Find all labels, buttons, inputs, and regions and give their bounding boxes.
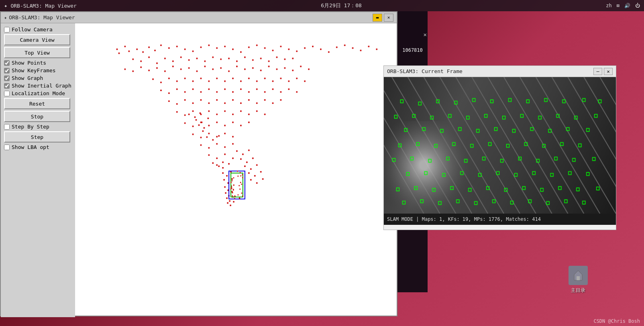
svg-rect-0 — [577, 276, 580, 280]
show-inertial-graph-label: Show Inertial Graph — [12, 83, 71, 89]
power-icon: ⏻ — [635, 3, 640, 8]
close-button[interactable]: ✕ — [384, 14, 393, 22]
show-inertial-graph-input[interactable] — [4, 83, 10, 89]
control-panel: Follow Camera Camera View Top View Show … — [1, 23, 75, 317]
taskbar-app-title: ORB-SLAM3: Map Viewer — [10, 3, 76, 9]
show-graph-checkbox[interactable]: Show Graph — [4, 75, 72, 81]
show-lba-opt-checkbox[interactable]: Show LBA opt — [4, 144, 72, 150]
stop-button[interactable]: Stop — [4, 111, 70, 122]
show-points-input[interactable] — [4, 60, 10, 66]
map-viewer-titlebar-left: ✦ ORB-SLAM3: Map Viewer — [4, 14, 75, 20]
map-canvas — [75, 23, 397, 316]
locale-indicator: zh — [606, 3, 611, 8]
show-inertial-graph-checkbox[interactable]: Show Inertial Graph — [4, 83, 72, 89]
minimize-icon: ▬ — [376, 15, 379, 20]
close-icon: ✕ — [387, 15, 390, 20]
step-by-step-input[interactable] — [4, 124, 10, 130]
map-viewer-title: ORB-SLAM3: Map Viewer — [9, 14, 75, 20]
volume-icon: 🔊 — [624, 3, 630, 8]
follow-camera-input[interactable] — [4, 27, 10, 33]
home-directory-icon[interactable]: 主目录 — [569, 266, 588, 294]
dark-panel-close-button[interactable]: ✕ — [424, 31, 427, 38]
map-viewer-titlebar-right: ▬ ✕ — [373, 14, 393, 22]
minimize-button[interactable]: ▬ — [373, 14, 382, 22]
frame-minimize-button[interactable]: — — [593, 68, 602, 75]
show-graph-input[interactable] — [4, 75, 10, 81]
map-viewer-titlebar: ✦ ORB-SLAM3: Map Viewer ▬ ✕ — [1, 12, 397, 23]
taskbar-system-tray: zh ⊞ 🔊 ⏻ — [606, 3, 640, 8]
frame-status-bar: SLAM MODE | Maps: 1, KFs: 19, MPs: 1776,… — [384, 214, 616, 225]
frame-close-button[interactable]: ✕ — [604, 68, 613, 75]
show-keyframes-input[interactable] — [4, 68, 10, 73]
taskbar: ✦ ORB-SLAM3: Map Viewer 6月29日 17：08 zh ⊞… — [0, 0, 644, 11]
reset-button[interactable]: Reset — [4, 98, 70, 109]
show-points-checkbox[interactable]: Show Points — [4, 60, 72, 66]
taskbar-datetime: 6月29日 17：08 — [321, 2, 362, 9]
follow-camera-checkbox[interactable]: Follow Camera — [4, 26, 72, 33]
current-frame-title: ORB-SLAM3: Current Frame — [387, 68, 463, 74]
map-scatter-plot — [75, 23, 397, 316]
step-button[interactable]: Step — [4, 131, 70, 143]
frame-video-canvas — [384, 77, 616, 214]
top-view-button[interactable]: Top View — [4, 47, 70, 58]
frame-window-controls: — ✕ — [593, 68, 613, 75]
localization-mode-checkbox[interactable]: Localization Mode — [4, 90, 72, 96]
home-directory-label: 主目录 — [571, 287, 585, 294]
localization-mode-label: Localization Mode — [12, 90, 65, 96]
show-lba-opt-input[interactable] — [4, 145, 10, 150]
dark-panel-number: 1067810 — [402, 47, 423, 53]
show-keyframes-label: Show KeyFrames — [12, 67, 56, 73]
follow-camera-label: Follow Camera — [12, 26, 53, 33]
home-directory-icon-img — [569, 266, 588, 285]
current-frame-window: ORB-SLAM3: Current Frame — ✕ SLAM MODE |… — [383, 65, 616, 230]
show-lba-opt-label: Show LBA opt — [12, 144, 49, 150]
map-viewer-icon: ✦ — [4, 15, 7, 20]
show-graph-label: Show Graph — [12, 75, 43, 81]
step-by-step-checkbox[interactable]: Step By Step — [4, 124, 72, 130]
taskbar-left: ✦ ORB-SLAM3: Map Viewer — [4, 2, 77, 9]
app-icon: ✦ — [4, 2, 7, 9]
frame-video-area — [384, 77, 616, 214]
camera-view-button[interactable]: Camera View — [4, 34, 70, 45]
current-frame-titlebar: ORB-SLAM3: Current Frame — ✕ — [384, 66, 616, 77]
network-icon: ⊞ — [617, 3, 620, 8]
attribution-text: CSDN @Chris Bosh — [593, 318, 640, 324]
frame-status-text: SLAM MODE | Maps: 1, KFs: 19, MPs: 1776,… — [387, 216, 541, 222]
map-viewer-window: ✦ ORB-SLAM3: Map Viewer ▬ ✕ Follow Camer… — [0, 11, 397, 316]
show-points-label: Show Points — [12, 60, 46, 66]
localization-mode-input[interactable] — [4, 91, 10, 96]
show-keyframes-checkbox[interactable]: Show KeyFrames — [4, 67, 72, 73]
step-by-step-label: Step By Step — [12, 124, 49, 130]
